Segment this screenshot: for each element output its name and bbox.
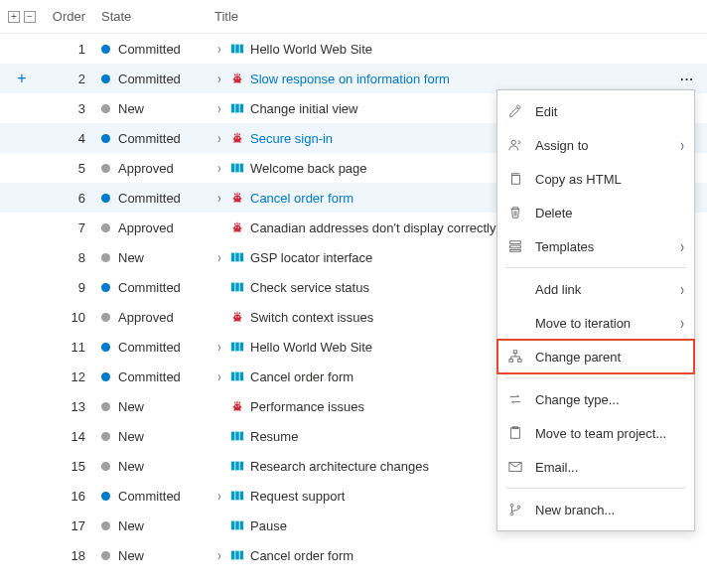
- order-cell: 1: [44, 42, 97, 57]
- svg-rect-56: [510, 241, 521, 244]
- chevron-right-icon[interactable]: ›: [214, 190, 224, 205]
- svg-rect-59: [513, 351, 517, 354]
- state-cell: New: [97, 250, 211, 265]
- work-item-title[interactable]: Slow response on information form: [250, 72, 450, 86]
- state-cell: New: [97, 548, 211, 563]
- svg-point-17: [238, 197, 239, 198]
- state-cell: New: [97, 429, 211, 444]
- state-dot-icon: [101, 402, 110, 411]
- bug-icon: [230, 72, 244, 85]
- state-cell: Committed: [97, 369, 211, 384]
- svg-point-65: [510, 504, 513, 507]
- work-item-title: Resume: [250, 429, 298, 444]
- chevron-right-icon[interactable]: ›: [214, 100, 224, 115]
- chevron-right-icon: ›: [680, 279, 684, 298]
- add-icon[interactable]: +: [17, 70, 26, 87]
- chevron-right-icon[interactable]: ›: [214, 339, 224, 354]
- menu-change-parent[interactable]: Change parent: [497, 340, 694, 373]
- templates-icon: [507, 238, 523, 254]
- state-cell: Approved: [97, 310, 211, 325]
- state-cell: New: [97, 101, 211, 116]
- work-item-title: Change initial view: [250, 101, 357, 116]
- work-item-title[interactable]: Secure sign-in: [250, 131, 333, 146]
- menu-templates[interactable]: Templates ›: [497, 229, 694, 263]
- trash-icon: [507, 205, 523, 220]
- column-header-title[interactable]: Title: [211, 9, 707, 24]
- state-dot-icon: [101, 372, 110, 381]
- svg-point-67: [517, 506, 520, 509]
- bug-icon: [230, 191, 244, 205]
- chevron-right-icon[interactable]: ›: [214, 130, 224, 145]
- work-item-title: Hello World Web Site: [250, 42, 372, 57]
- menu-email[interactable]: Email...: [497, 450, 694, 484]
- menu-label: Templates: [535, 239, 668, 254]
- backlog-item-icon: [230, 489, 244, 503]
- svg-rect-45: [231, 492, 235, 501]
- work-item-title: Switch context issues: [250, 310, 373, 325]
- chevron-right-icon[interactable]: ›: [214, 547, 224, 562]
- order-cell: 6: [44, 191, 97, 206]
- state-label: Committed: [118, 489, 181, 504]
- order-cell: 13: [44, 399, 97, 414]
- work-item-title[interactable]: Cancel order form: [250, 191, 354, 206]
- menu-edit[interactable]: Edit: [497, 94, 694, 128]
- title-cell: ›Cancel order form: [211, 548, 667, 563]
- svg-point-54: [511, 140, 515, 144]
- work-item-grid: + − Order State Title 1Committed›Hello W…: [0, 0, 707, 570]
- mail-icon: [507, 459, 523, 475]
- svg-rect-1: [235, 45, 239, 54]
- state-dot-icon: [101, 343, 110, 352]
- svg-rect-41: [240, 432, 244, 441]
- state-dot-icon: [101, 74, 110, 83]
- swap-icon: [507, 391, 523, 407]
- chevron-right-icon[interactable]: ›: [214, 488, 224, 503]
- menu-delete[interactable]: Delete: [497, 196, 694, 229]
- menu-add-link[interactable]: Add link ›: [497, 272, 694, 306]
- menu-new-branch[interactable]: New branch...: [497, 493, 694, 526]
- table-row[interactable]: 1Committed›Hello World Web Site: [0, 34, 707, 64]
- chevron-right-icon[interactable]: ›: [214, 368, 224, 383]
- menu-assign-to[interactable]: Assign to ›: [497, 128, 694, 162]
- menu-label: Edit: [535, 104, 684, 119]
- svg-point-5: [238, 77, 239, 78]
- svg-rect-33: [231, 372, 235, 381]
- branch-icon: [507, 502, 523, 517]
- blank-icon: [507, 281, 523, 297]
- backlog-item-icon: [230, 280, 244, 294]
- backlog-item-icon: [230, 459, 244, 473]
- menu-label: Delete: [535, 206, 684, 220]
- state-cell: New: [97, 518, 211, 533]
- expand-all-icon[interactable]: +: [8, 11, 20, 23]
- chevron-right-icon[interactable]: ›: [214, 41, 224, 56]
- menu-move-iteration[interactable]: Move to iteration ›: [497, 306, 694, 340]
- menu-label: New branch...: [535, 503, 684, 517]
- state-dot-icon: [101, 462, 110, 471]
- menu-change-type[interactable]: Change type...: [497, 382, 694, 416]
- table-row[interactable]: 18New›Cancel order form: [0, 540, 707, 570]
- column-header-state[interactable]: State: [97, 9, 211, 24]
- more-actions-icon[interactable]: ···: [680, 72, 694, 86]
- svg-rect-43: [235, 462, 239, 471]
- svg-point-19: [235, 226, 236, 227]
- menu-copy-html[interactable]: Copy as HTML: [497, 162, 694, 196]
- collapse-all-icon[interactable]: −: [24, 11, 36, 23]
- blank-icon: [507, 315, 523, 331]
- order-cell: 7: [44, 220, 97, 235]
- svg-rect-23: [240, 253, 244, 262]
- svg-rect-62: [511, 428, 520, 439]
- backlog-item-icon: [230, 101, 244, 115]
- state-dot-icon: [101, 551, 110, 560]
- order-cell: 17: [44, 518, 97, 533]
- svg-rect-52: [235, 551, 239, 560]
- svg-rect-34: [235, 372, 239, 381]
- column-header-order[interactable]: Order: [44, 9, 97, 24]
- menu-move-project[interactable]: Move to team project...: [497, 416, 694, 450]
- svg-rect-51: [231, 551, 235, 560]
- state-cell: Committed: [97, 72, 211, 86]
- chevron-right-icon[interactable]: ›: [214, 71, 224, 85]
- copy-icon: [507, 171, 523, 187]
- chevron-right-icon[interactable]: ›: [214, 160, 224, 175]
- chevron-right-icon[interactable]: ›: [214, 249, 224, 264]
- order-cell: 5: [44, 161, 97, 176]
- state-label: Committed: [118, 42, 181, 57]
